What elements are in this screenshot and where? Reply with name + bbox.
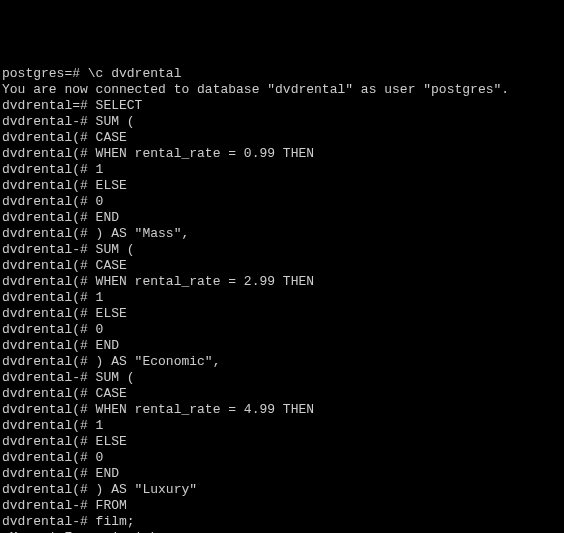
terminal-line: dvdrental(# 0 bbox=[2, 450, 562, 466]
terminal-line: dvdrental(# WHEN rental_rate = 0.99 THEN bbox=[2, 146, 562, 162]
terminal-line: dvdrental(# 1 bbox=[2, 418, 562, 434]
terminal-line: dvdrental-# SUM ( bbox=[2, 370, 562, 386]
terminal-line: dvdrental(# CASE bbox=[2, 386, 562, 402]
terminal-line: dvdrental(# ) AS "Mass", bbox=[2, 226, 562, 242]
terminal-line: dvdrental(# CASE bbox=[2, 258, 562, 274]
terminal-line: dvdrental(# 1 bbox=[2, 290, 562, 306]
terminal-line: dvdrental(# 0 bbox=[2, 194, 562, 210]
terminal-line: dvdrental(# WHEN rental_rate = 2.99 THEN bbox=[2, 274, 562, 290]
terminal-line: dvdrental(# ELSE bbox=[2, 306, 562, 322]
terminal-line: dvdrental-# SUM ( bbox=[2, 114, 562, 130]
terminal-line: dvdrental=# SELECT bbox=[2, 98, 562, 114]
terminal-line: dvdrental(# ELSE bbox=[2, 178, 562, 194]
terminal-line: dvdrental-# film; bbox=[2, 514, 562, 530]
terminal-line: dvdrental(# 0 bbox=[2, 322, 562, 338]
terminal-line: dvdrental(# END bbox=[2, 466, 562, 482]
terminal-line: dvdrental(# ) AS "Luxury" bbox=[2, 482, 562, 498]
terminal-line: You are now connected to database "dvdre… bbox=[2, 82, 562, 98]
terminal-line: dvdrental-# FROM bbox=[2, 498, 562, 514]
terminal-line: dvdrental-# SUM ( bbox=[2, 242, 562, 258]
terminal-line: dvdrental(# 1 bbox=[2, 162, 562, 178]
terminal-line: dvdrental(# END bbox=[2, 338, 562, 354]
terminal-line: dvdrental(# CASE bbox=[2, 130, 562, 146]
terminal-line: dvdrental(# END bbox=[2, 210, 562, 226]
terminal-output: postgres=# \c dvdrentalYou are now conne… bbox=[2, 66, 562, 533]
terminal-line: dvdrental(# WHEN rental_rate = 4.99 THEN bbox=[2, 402, 562, 418]
terminal-line: dvdrental(# ) AS "Economic", bbox=[2, 354, 562, 370]
terminal-line: postgres=# \c dvdrental bbox=[2, 66, 562, 82]
terminal-line: dvdrental(# ELSE bbox=[2, 434, 562, 450]
